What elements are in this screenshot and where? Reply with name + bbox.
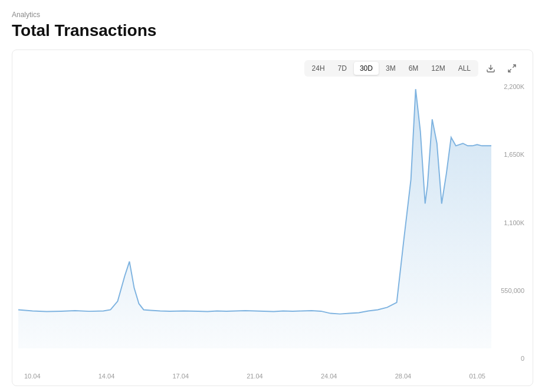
time-filter-group: 24H7D30D3M6M12MALL bbox=[304, 60, 478, 77]
x-label: 01.05 bbox=[469, 373, 485, 380]
x-label: 28.04 bbox=[395, 373, 412, 380]
y-label: 1,100K bbox=[504, 219, 524, 226]
x-axis: 10.0414.0417.0421.0424.0428.0401.05 bbox=[18, 362, 491, 380]
toolbar: 24H7D30D3M6M12MALL bbox=[18, 60, 527, 77]
y-label: 550,000 bbox=[501, 287, 524, 294]
filter-btn-24h[interactable]: 24H bbox=[306, 62, 331, 75]
svg-line-2 bbox=[508, 69, 511, 72]
fullscreen-button[interactable] bbox=[503, 60, 521, 77]
page-title: Total Transactions bbox=[12, 21, 533, 40]
chart-svg bbox=[18, 83, 491, 348]
filter-btn-6m[interactable]: 6M bbox=[403, 62, 425, 75]
filter-btn-3m[interactable]: 3M bbox=[380, 62, 402, 75]
page-container: Analytics Total Transactions 24H7D30D3M6… bbox=[0, 0, 545, 392]
chart-area: 2,200K1,650K1,100K550,0000 10.0414.0417.… bbox=[18, 83, 527, 380]
filter-btn-30d[interactable]: 30D bbox=[354, 62, 379, 75]
svg-line-1 bbox=[513, 65, 516, 68]
export-button[interactable] bbox=[482, 60, 500, 77]
y-axis: 2,200K1,650K1,100K550,0000 bbox=[491, 83, 527, 362]
x-label: 24.04 bbox=[321, 373, 337, 380]
filter-btn-12m[interactable]: 12M bbox=[425, 62, 451, 75]
analytics-label: Analytics bbox=[12, 11, 533, 19]
x-label: 17.04 bbox=[172, 373, 189, 380]
x-label: 10.04 bbox=[24, 373, 41, 380]
y-label: 0 bbox=[521, 355, 524, 362]
y-label: 2,200K bbox=[504, 83, 524, 90]
x-label: 14.04 bbox=[99, 373, 115, 380]
filter-btn-all[interactable]: ALL bbox=[452, 62, 477, 75]
chart-container: 24H7D30D3M6M12MALL bbox=[12, 50, 533, 386]
y-label: 1,650K bbox=[504, 151, 524, 158]
x-label: 21.04 bbox=[247, 373, 263, 380]
filter-btn-7d[interactable]: 7D bbox=[332, 62, 353, 75]
